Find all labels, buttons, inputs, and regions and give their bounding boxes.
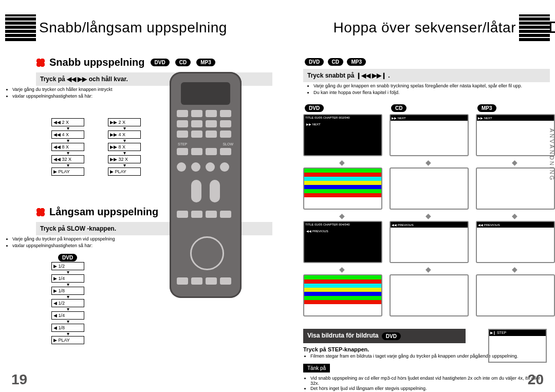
cd-screens: CD ▶▶ NEXT ◆ ◆ ◀◀ PREVIOUS ◆	[390, 103, 467, 319]
page-number-left: 19	[11, 371, 27, 388]
notes-skip: Varje gång du ger knappen en snabb tryck…	[306, 83, 550, 96]
speeds-fwd: ▶▶ 2 X▾ ▶▶ 4 X▾ ▶▶ 8 X▾ ▶▶ 32 X▾ ▶ PLAY	[108, 118, 141, 176]
section1-heading: Snabb uppspelning DVD CD MP3	[36, 57, 272, 68]
speeds-rev: ◀◀ 2 X▾ ◀◀ 4 X▾ ◀◀ 8 X▾ ◀◀ 32 X▾ ▶ PLAY	[51, 118, 84, 176]
step-head: Visa bildruta för bildruta	[307, 332, 378, 339]
remote-step-label: STEP	[178, 142, 187, 146]
page-number-right: 20	[528, 371, 544, 388]
mp3-screens: MP3 ▶▶ NEXT ◆ ◆ ◀◀ PREVIOUS ◆	[476, 103, 553, 319]
step-box: Visa bildruta för bildruta DVD Tryck på …	[303, 329, 550, 390]
remote-slow-label: SLOW	[223, 142, 233, 146]
dvd-screens: DVD TITLE 01/05 CHAPTER 002/040▶▶ NEXT ◆…	[303, 103, 380, 319]
marker-icon	[36, 58, 45, 67]
side-tab: ANVÄNDNING	[548, 123, 555, 186]
decor-bars-left	[5, 14, 36, 41]
tank-label: Tänk på	[303, 364, 330, 372]
decor-bars-right	[519, 14, 550, 41]
page-left: Snabb/långsam uppspelning Snabb uppspeln…	[0, 0, 278, 392]
marker-icon	[36, 208, 45, 217]
slow-badge: DVD	[58, 254, 77, 262]
title-right: Hoppa över sekvenser/låtar	[334, 20, 516, 36]
band-skip: Tryck snabbt på ❙◀◀ ▶▶❙ .	[303, 69, 550, 82]
step-screen: ▶❙ STEP	[489, 330, 546, 336]
speeds-slow: ▶ 1/2▾ ▶ 1/4▾ ▶ 1/8▾ ◀ 1/2▾ ◀ 1/4▾ ◀ 1/8…	[51, 262, 84, 344]
page-right: Hoppa över sekvenser/låtar DVD CD MP3 Tr…	[278, 0, 555, 392]
title-left: Snabb/långsam uppspelning	[39, 20, 227, 36]
remote-illustration: STEP SLOW	[170, 72, 242, 298]
